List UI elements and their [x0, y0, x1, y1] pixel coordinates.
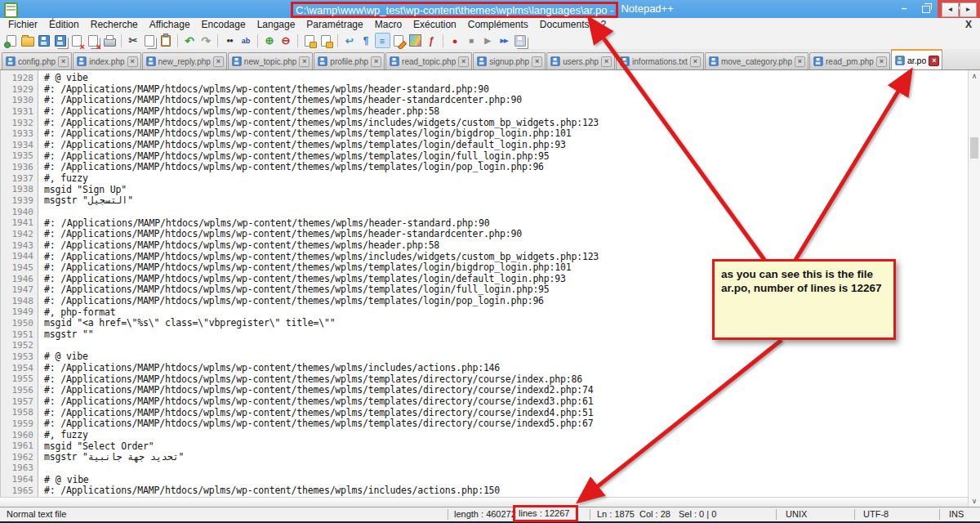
tab-move_category.php[interactable]: move_category.php: [705, 52, 808, 69]
minimize-button[interactable]: [893, 0, 915, 18]
menu-item-encodage[interactable]: Encodage: [196, 18, 252, 32]
stop-macro-icon[interactable]: ■: [464, 33, 479, 48]
tab-signup.php[interactable]: signup.php: [473, 52, 546, 69]
undo-icon[interactable]: ↶: [182, 33, 198, 48]
function-list-icon[interactable]: ƒ: [424, 33, 439, 48]
tab-read_pm.php[interactable]: read_pm.php: [809, 52, 890, 69]
multi-play-icon[interactable]: ▶▶: [497, 33, 512, 48]
status-separator: [448, 509, 448, 520]
menu-bar: FichierÉditionRechercheAffichageEncodage…: [0, 18, 980, 32]
status-lines-red-box: lines : 12267: [513, 505, 578, 522]
play-macro-icon[interactable]: ▶: [480, 33, 496, 48]
tab-scroll-right-icon[interactable]: ►: [960, 2, 977, 17]
tab-label: signup.php: [489, 57, 529, 66]
restore-button[interactable]: [915, 0, 938, 18]
tab-close-icon[interactable]: [58, 56, 69, 67]
cut-icon[interactable]: ✂: [126, 33, 141, 48]
tab-close-icon[interactable]: [876, 56, 887, 67]
scroll-up-icon[interactable]: [969, 70, 980, 82]
menu-item-fichier[interactable]: Fichier: [2, 18, 43, 32]
status-separator: [776, 509, 777, 520]
title-bar: C:\wamp\www\wp_test\wp-content\themes\wp…: [0, 0, 980, 18]
tab-profile.php[interactable]: profile.php: [314, 52, 385, 69]
tab-bar: config.phpindex.phpnew_reply.phpnew_topi…: [0, 49, 980, 70]
print-icon[interactable]: [102, 33, 118, 48]
menu-item-langage[interactable]: Langage: [252, 18, 301, 32]
tab-label: read_pm.php: [826, 57, 874, 66]
sync-h-icon[interactable]: [318, 33, 334, 48]
file-saved-icon: [813, 56, 822, 65]
new-file-icon[interactable]: [4, 33, 20, 48]
tab-close-icon[interactable]: [213, 56, 224, 67]
tab-label: index.php: [89, 57, 124, 66]
show-symbols-icon[interactable]: ¶: [359, 33, 374, 48]
menu-item-complments[interactable]: Compléments: [462, 18, 534, 32]
find-icon[interactable]: ●●: [222, 33, 238, 48]
menu-item-paramtrage[interactable]: Paramétrage: [301, 18, 368, 32]
file-saved-icon: [6, 56, 15, 65]
tab-label: new_topic.php: [244, 57, 297, 66]
menu-item-macro[interactable]: Macro: [369, 18, 408, 32]
record-macro-icon[interactable]: ●: [448, 33, 463, 48]
tab-users.php[interactable]: users.php: [546, 52, 615, 69]
tab-close-icon[interactable]: [690, 56, 701, 67]
tab-informations.txt[interactable]: informations.txt: [616, 52, 704, 69]
tab-close-icon[interactable]: [458, 56, 469, 67]
tab-index.php[interactable]: index.php: [73, 52, 140, 69]
tab-close-icon[interactable]: [601, 56, 612, 67]
file-saved-icon: [78, 56, 87, 65]
app-icon: [4, 2, 18, 18]
menu-item-excution[interactable]: Exécution: [408, 18, 462, 32]
toolbar: ✂↶↷●●ab⊕⊖↩¶≡ƒ●■▶▶▶: [0, 32, 980, 49]
user-lang-icon[interactable]: [391, 33, 407, 48]
window-title: C:\wamp\www\wp_test\wp-content\themes\wp…: [291, 0, 674, 18]
scroll-down-icon[interactable]: [969, 495, 980, 507]
tab-read_topic.php[interactable]: read_topic.php: [385, 52, 472, 69]
redo-icon[interactable]: ↷: [198, 33, 214, 48]
tab-close-icon[interactable]: [532, 56, 542, 67]
tab-close-icon[interactable]: [371, 56, 381, 67]
tab-new_topic.php[interactable]: new_topic.php: [228, 52, 314, 69]
status-column: Col : 28: [639, 507, 670, 521]
zoom-out-icon[interactable]: ⊖: [278, 33, 294, 48]
file-saved-icon: [895, 56, 904, 65]
tab-close-icon[interactable]: [127, 56, 138, 67]
tab-close-icon[interactable]: [795, 56, 805, 67]
menubar-close-icon[interactable]: X: [965, 18, 972, 32]
horizontal-scrollbar[interactable]: [0, 497, 968, 507]
tab-new_reply.php[interactable]: new_reply.php: [142, 52, 227, 69]
menu-item-affichage[interactable]: Affichage: [144, 18, 196, 32]
open-icon[interactable]: [20, 33, 36, 48]
tab-label: move_category.php: [721, 57, 792, 66]
menu-item-documents[interactable]: Documents: [534, 18, 595, 32]
menu-item-?[interactable]: ?: [595, 18, 612, 32]
paste-icon[interactable]: [158, 33, 174, 48]
menu-item-recherche[interactable]: Recherche: [85, 18, 144, 32]
toolbar-separator: [217, 34, 218, 47]
save-all-icon[interactable]: [53, 33, 69, 48]
vertical-scrollbar[interactable]: [968, 70, 980, 507]
close-all-icon[interactable]: [86, 33, 101, 48]
doc-map-icon[interactable]: [408, 33, 423, 48]
tab-ar.po[interactable]: ar.po: [891, 49, 942, 70]
tab-label: new_reply.php: [158, 57, 211, 66]
sync-v-icon[interactable]: [302, 33, 318, 48]
menu-item-dition[interactable]: Édition: [43, 18, 85, 32]
callout-text-line1: as you can see this is the file: [721, 267, 887, 281]
indent-guide-icon[interactable]: ≡: [375, 33, 390, 48]
tab-label: ar.po: [907, 56, 926, 65]
wrap-icon[interactable]: ↩: [342, 33, 358, 48]
vertical-scroll-thumb[interactable]: [970, 137, 978, 159]
save-icon[interactable]: [37, 33, 52, 48]
macro-save-icon[interactable]: [513, 33, 528, 48]
toolbar-separator: [257, 34, 258, 47]
tab-label: read_topic.php: [402, 57, 456, 66]
zoom-in-icon[interactable]: ⊕: [262, 33, 278, 48]
tab-scroll-left-icon[interactable]: ◄: [942, 2, 959, 17]
replace-icon[interactable]: ab: [238, 33, 254, 48]
tab-close-icon[interactable]: [299, 56, 310, 67]
tab-config.php[interactable]: config.php: [2, 52, 72, 69]
tab-close-icon[interactable]: [929, 56, 939, 66]
copy-icon[interactable]: [142, 33, 158, 48]
close-icon[interactable]: [69, 33, 85, 48]
